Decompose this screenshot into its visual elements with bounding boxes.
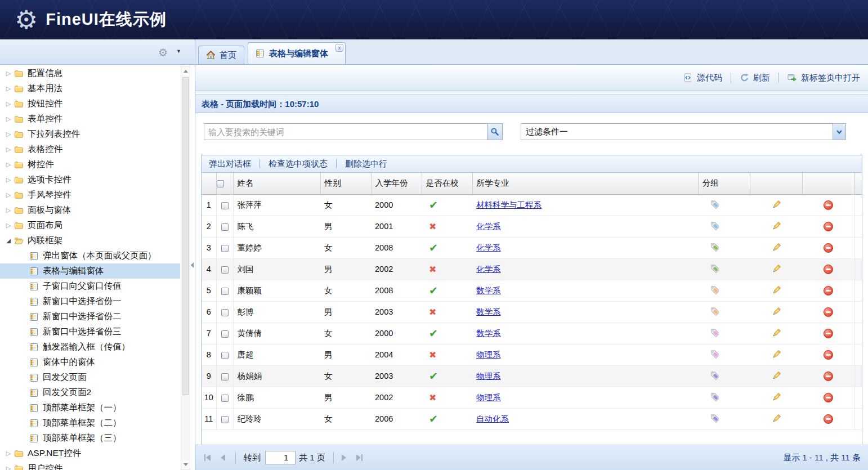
source-code-button[interactable]: 源代码 (683, 73, 722, 83)
edit-pencil-icon[interactable] (771, 307, 781, 317)
tree-leaf-item[interactable]: 回发父页面 (0, 370, 180, 385)
major-link[interactable]: 数学系 (476, 307, 501, 316)
tree-folder-item[interactable]: ▷基本用法 (0, 81, 180, 96)
tree-folder-item[interactable]: ▷树控件 (0, 157, 180, 172)
edit-pencil-icon[interactable] (771, 328, 781, 338)
row-checkbox[interactable] (221, 223, 229, 231)
delete-icon[interactable] (824, 200, 833, 210)
tree-leaf-item[interactable]: 新窗口中选择省份二 (0, 309, 180, 324)
tree-leaf-item[interactable]: 触发器输入框（传值） (0, 339, 180, 355)
select-all-checkbox[interactable] (217, 180, 224, 187)
search-button[interactable] (487, 123, 503, 140)
expand-arrow-icon[interactable]: ▷ (4, 115, 13, 123)
tree-folder-item[interactable]: ◢内联框架 (0, 233, 180, 248)
tree-folder-item[interactable]: ▷面板与窗体 (0, 203, 180, 218)
sidebar-collapse-handle[interactable] (191, 259, 195, 271)
row-checkbox[interactable] (221, 245, 229, 252)
column-header[interactable]: 姓名 (233, 173, 320, 194)
major-link[interactable]: 数学系 (476, 286, 501, 295)
expand-arrow-icon[interactable]: ▷ (4, 222, 13, 229)
row-checkbox[interactable] (221, 352, 229, 359)
column-header[interactable]: 是否在校 (422, 173, 472, 194)
delete-icon[interactable] (824, 329, 833, 338)
delete-icon[interactable] (824, 307, 833, 317)
tree-leaf-item[interactable]: 回发父页面2 (0, 385, 180, 400)
search-input[interactable] (204, 123, 487, 140)
column-header[interactable]: 性别 (320, 173, 371, 194)
row-checkbox[interactable] (221, 202, 229, 209)
expand-arrow-icon[interactable]: ▷ (4, 176, 13, 183)
first-page-icon[interactable] (204, 454, 211, 461)
row-checkbox[interactable] (221, 266, 229, 274)
major-link[interactable]: 化学系 (476, 265, 501, 274)
expand-arrow-icon[interactable]: ▷ (4, 450, 13, 457)
open-newtab-button[interactable]: 新标签页中打开 (788, 73, 860, 83)
close-tab-icon[interactable]: x (335, 44, 343, 52)
major-link[interactable]: 物理系 (476, 393, 501, 402)
edit-pencil-icon[interactable] (771, 243, 781, 253)
row-checkbox[interactable] (221, 395, 229, 402)
tree-folder-item[interactable]: ▷用户控件 (0, 461, 180, 470)
row-checkbox[interactable] (221, 309, 229, 316)
tree-folder-item[interactable]: ▷页面布局 (0, 218, 180, 233)
major-link[interactable]: 化学系 (476, 222, 501, 231)
tree-leaf-item[interactable]: 弹出窗体（本页面或父页面） (0, 248, 180, 263)
tree-folder-item[interactable]: ▷表单控件 (0, 111, 180, 127)
delete-icon[interactable] (824, 371, 833, 381)
scroll-down-arrow-icon[interactable] (181, 460, 190, 469)
tab-grid-edit-window[interactable]: 表格与编辑窗体 x (248, 42, 346, 64)
edit-pencil-icon[interactable] (771, 221, 781, 231)
edit-pencil-icon[interactable] (771, 200, 781, 210)
delete-icon[interactable] (824, 393, 833, 402)
delete-icon[interactable] (824, 243, 833, 253)
major-link[interactable]: 化学系 (476, 243, 501, 252)
column-header[interactable]: 入学年份 (371, 173, 422, 194)
expand-arrow-icon[interactable]: ▷ (4, 465, 13, 470)
collapse-arrow-icon[interactable]: ◢ (4, 238, 13, 244)
expand-arrow-icon[interactable]: ▷ (4, 70, 13, 77)
check-selected-state-button[interactable]: 检查选中项状态 (269, 159, 328, 169)
edit-pencil-icon[interactable] (771, 371, 781, 381)
row-checkbox[interactable] (221, 373, 229, 381)
tree-leaf-item[interactable]: 窗体中的窗体 (0, 355, 180, 370)
tree-folder-item[interactable]: ▷按钮控件 (0, 96, 180, 111)
row-checkbox[interactable] (221, 288, 229, 295)
next-page-icon[interactable] (342, 454, 346, 461)
tree-folder-item[interactable]: ▷表格控件 (0, 142, 180, 157)
sidebar-scrollbar[interactable] (181, 66, 190, 470)
tree-leaf-item[interactable]: 顶部菜单框架（三） (0, 431, 180, 446)
chevron-down-icon[interactable] (833, 124, 845, 140)
delete-icon[interactable] (824, 350, 833, 360)
tree-folder-item[interactable]: ▷ASP.NET控件 (0, 446, 180, 461)
refresh-button[interactable]: 刷新 (740, 73, 770, 83)
delete-icon[interactable] (824, 414, 833, 424)
major-link[interactable]: 物理系 (476, 350, 501, 359)
page-number-input[interactable] (265, 451, 296, 464)
column-header[interactable]: 所学专业 (472, 173, 698, 194)
edit-pencil-icon[interactable] (771, 414, 781, 424)
settings-dropdown-arrow-icon[interactable]: ▼ (176, 48, 181, 54)
tree-leaf-item[interactable]: 新窗口中选择省份三 (0, 324, 180, 339)
expand-arrow-icon[interactable]: ▷ (4, 146, 13, 153)
scrollbar-thumb[interactable] (182, 77, 189, 395)
tree-leaf-item[interactable]: 新窗口中选择省份一 (0, 294, 180, 309)
column-header[interactable]: 分组 (698, 173, 750, 194)
major-link[interactable]: 数学系 (476, 329, 501, 338)
tree-folder-item[interactable]: ▷手风琴控件 (0, 187, 180, 203)
row-checkbox[interactable] (221, 330, 229, 338)
scroll-up-arrow-icon[interactable] (181, 66, 190, 76)
last-page-icon[interactable] (356, 454, 363, 461)
edit-pencil-icon[interactable] (771, 285, 781, 296)
tree-folder-item[interactable]: ▷选项卡控件 (0, 172, 180, 187)
expand-arrow-icon[interactable]: ▷ (4, 131, 13, 138)
tree-leaf-item[interactable]: 顶部菜单框架（二） (0, 415, 180, 431)
edit-pencil-icon[interactable] (771, 392, 781, 402)
delete-icon[interactable] (824, 286, 833, 296)
tree-folder-item[interactable]: ▷配置信息 (0, 66, 180, 81)
tree-folder-item[interactable]: ▷下拉列表控件 (0, 127, 180, 142)
edit-pencil-icon[interactable] (771, 350, 781, 360)
delete-icon[interactable] (824, 265, 833, 274)
expand-arrow-icon[interactable]: ▷ (4, 161, 13, 168)
settings-gear-icon[interactable]: ⚙ (158, 46, 168, 59)
major-link[interactable]: 物理系 (476, 371, 501, 381)
